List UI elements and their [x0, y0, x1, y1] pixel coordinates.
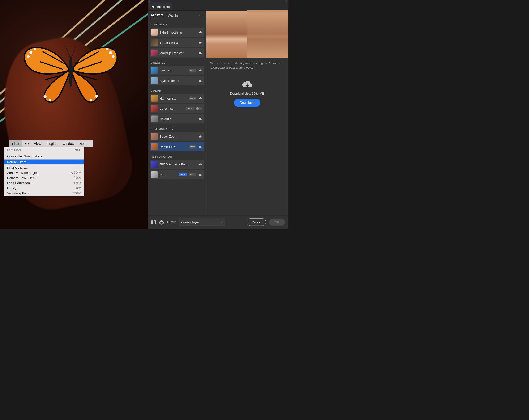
- filter-colorize[interactable]: Colorize: [150, 114, 204, 123]
- menu-plugins[interactable]: Plugins: [44, 140, 60, 147]
- download-icon[interactable]: [198, 163, 202, 166]
- panel-titlebar: × «: [148, 0, 288, 3]
- filter-thumb: [151, 77, 158, 84]
- filter-depth-blur[interactable]: Depth Blur Beta: [150, 142, 204, 151]
- menu-separator: [6, 153, 82, 153]
- filter-photo-restoration[interactable]: Ph... New Beta: [150, 170, 204, 179]
- layers-icon[interactable]: [159, 219, 164, 225]
- output-value: Current layer: [181, 220, 199, 224]
- svg-rect-13: [151, 220, 153, 224]
- output-label: Output: [167, 220, 176, 224]
- download-icon[interactable]: [198, 135, 202, 138]
- filter-label: Harmoniz...: [159, 97, 187, 100]
- ok-button: OK: [269, 219, 285, 225]
- filter-thumb: [151, 95, 158, 102]
- filter-thumb: [151, 39, 158, 46]
- menu-vanishing-point[interactable]: Vanishing Point... ⌥⌘V: [4, 191, 84, 196]
- menu-liquify[interactable]: Liquify... ⇧⌘X: [4, 185, 84, 191]
- category-photography: Photography: [150, 125, 204, 132]
- filter-makeup-transfer[interactable]: Makeup Transfer: [150, 48, 204, 57]
- category-color: Color: [150, 86, 204, 94]
- filter-label: JPEG Artifacts Re...: [159, 163, 197, 166]
- filter-label: Depth Blur: [159, 145, 187, 149]
- filter-thumb: [151, 50, 158, 56]
- menu-item-label: Convert for Smart Filters: [7, 154, 42, 158]
- menu-item-label: Camera Raw Filter...: [7, 176, 36, 180]
- download-icon[interactable]: [198, 51, 202, 54]
- menu-item-label: Neural Filters...: [7, 160, 29, 164]
- filter-thumb: [151, 67, 158, 74]
- filter-thumb: [151, 161, 158, 167]
- category-creative: Creative: [150, 59, 204, 66]
- menu-item-label: Filter Gallery...: [7, 166, 28, 169]
- download-icon[interactable]: [198, 145, 202, 148]
- menu-shortcut: ⇧⌘R: [73, 181, 81, 185]
- download-icon[interactable]: [198, 173, 202, 176]
- filter-smart-portrait[interactable]: Smart Portrait: [150, 38, 204, 47]
- filter-menu-container: Filter 3D View Plugins Window Help Last …: [9, 140, 93, 196]
- subtab-all-filters[interactable]: All filters: [151, 13, 163, 19]
- download-icon[interactable]: [198, 97, 202, 100]
- filter-label: Ph...: [159, 173, 177, 177]
- menu-convert-smart-filters[interactable]: Convert for Smart Filters: [4, 153, 84, 159]
- filter-super-zoom[interactable]: Super Zoom: [150, 132, 204, 141]
- menu-shortcut: ^⌘F: [74, 148, 81, 152]
- menu-item-label: Vanishing Point...: [7, 191, 32, 195]
- filter-skin-smoothing[interactable]: Skin Smoothing: [150, 28, 204, 37]
- download-icon[interactable]: [198, 69, 202, 72]
- beta-badge: Beta: [189, 145, 197, 149]
- download-icon[interactable]: [198, 117, 202, 120]
- filter-label: Super Zoom: [159, 135, 197, 138]
- menu-adaptive-wide-angle[interactable]: Adaptive Wide Angle... ⌥⇧⌘A: [4, 170, 84, 175]
- download-button[interactable]: Download: [234, 99, 260, 107]
- beta-badge: Beta: [189, 173, 197, 177]
- download-size-label: Download size: 156.4MB: [230, 92, 264, 95]
- menu-lens-correction[interactable]: Lens Correction... ⇧⌘R: [4, 180, 84, 186]
- more-icon[interactable]: •••: [199, 14, 203, 18]
- menu-3d[interactable]: 3D: [22, 140, 31, 147]
- beta-badge: Beta: [189, 97, 197, 100]
- download-icon[interactable]: [198, 31, 202, 34]
- filter-toggle[interactable]: [196, 107, 202, 110]
- menu-item-label: Liquify...: [7, 186, 19, 190]
- tab-neural-filters[interactable]: Neural Filters: [149, 3, 172, 10]
- subtab-wait-list[interactable]: Wait list: [168, 13, 179, 19]
- menu-item-label: Lens Correction...: [7, 181, 32, 185]
- download-icon[interactable]: [198, 79, 202, 82]
- menu-help[interactable]: Help: [77, 140, 89, 147]
- canvas: Filter 3D View Plugins Window Help Last …: [0, 0, 148, 229]
- filter-description: Create environmental depth in an image t…: [206, 58, 288, 73]
- collapse-icon[interactable]: «: [286, 0, 287, 2]
- filter-color-transfer[interactable]: Color Tra... Beta: [150, 104, 204, 113]
- filter-landscape-mixer[interactable]: Landscap... Beta: [150, 66, 204, 75]
- close-icon[interactable]: ×: [149, 0, 150, 2]
- filter-list[interactable]: Portraits Skin Smoothing Smart Portrait …: [148, 19, 206, 216]
- filter-list-pane: All filters Wait list ••• Portraits Skin…: [148, 11, 206, 216]
- filter-harmonization[interactable]: Harmoniz... Beta: [150, 94, 204, 103]
- output-select[interactable]: Current layer ⌄: [179, 219, 225, 226]
- menu-camera-raw-filter[interactable]: Camera Raw Filter... ⇧⌘A: [4, 175, 84, 180]
- menu-last-filter: Last Filter ^⌘F: [4, 147, 84, 153]
- cancel-button[interactable]: Cancel: [247, 218, 266, 226]
- filter-jpeg-artifacts-removal[interactable]: JPEG Artifacts Re...: [150, 160, 204, 169]
- svg-point-4: [112, 55, 115, 58]
- before-after-icon[interactable]: [151, 219, 156, 225]
- filter-style-transfer[interactable]: Style Transfer: [150, 76, 204, 85]
- filter-thumb: [151, 143, 158, 150]
- menu-window[interactable]: Window: [60, 140, 77, 147]
- menu-neural-filters[interactable]: Neural Filters...: [4, 159, 84, 165]
- menu-view[interactable]: View: [31, 140, 44, 147]
- menu-filter-gallery[interactable]: Filter Gallery...: [4, 165, 84, 170]
- filter-thumb: [151, 171, 158, 178]
- beta-badge: Beta: [186, 107, 194, 110]
- download-icon[interactable]: [198, 41, 202, 44]
- panel-footer: Output Current layer ⌄ Cancel OK: [148, 216, 288, 229]
- menu-filter[interactable]: Filter: [9, 140, 22, 147]
- menu-item-label: Adaptive Wide Angle...: [7, 171, 40, 175]
- panel-body: All filters Wait list ••• Portraits Skin…: [148, 11, 288, 216]
- filter-thumb: [151, 116, 158, 122]
- menu-shortcut: ⌥⇧⌘A: [70, 171, 81, 174]
- filter-thumb: [151, 133, 158, 140]
- menu-shortcut: ⇧⌘A: [73, 176, 81, 179]
- category-portraits: Portraits: [150, 20, 204, 28]
